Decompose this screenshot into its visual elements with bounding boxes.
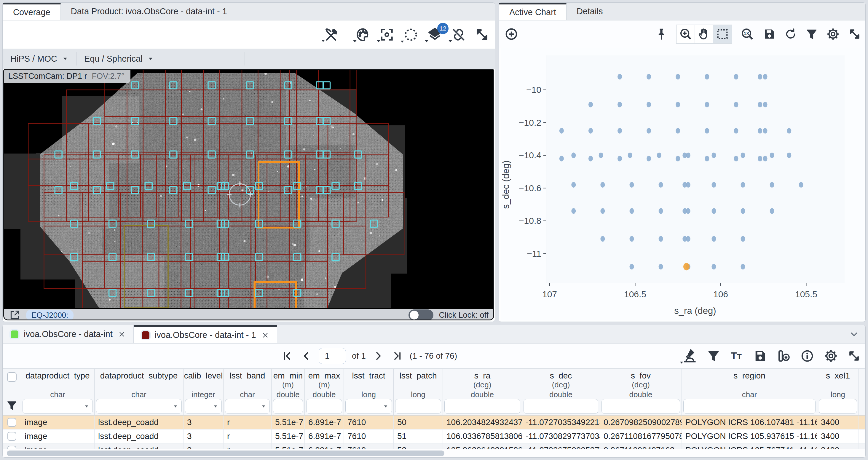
expand-icon[interactable] bbox=[847, 349, 861, 363]
column-filter-input[interactable] bbox=[96, 399, 182, 414]
data-point[interactable] bbox=[659, 208, 663, 214]
data-point[interactable] bbox=[686, 208, 690, 214]
data-point[interactable] bbox=[657, 153, 661, 158]
column-header-lsst_tract[interactable]: lsst_tractlong bbox=[344, 369, 394, 415]
table-tab-1[interactable]: ivoa.ObsCore - data-int bbox=[3, 325, 134, 343]
data-point[interactable] bbox=[741, 182, 745, 188]
coverage-map[interactable] bbox=[4, 70, 494, 308]
data-point[interactable] bbox=[741, 208, 745, 214]
unlink-icon[interactable] bbox=[451, 27, 466, 42]
data-point[interactable] bbox=[600, 208, 605, 214]
data-point[interactable] bbox=[618, 74, 622, 80]
data-point[interactable] bbox=[758, 128, 762, 134]
first-page-icon[interactable] bbox=[281, 349, 294, 363]
data-point[interactable] bbox=[711, 153, 716, 158]
filter-icon[interactable] bbox=[805, 28, 818, 40]
add-chart-icon[interactable] bbox=[499, 27, 519, 41]
data-point[interactable] bbox=[770, 153, 774, 158]
page-number-input[interactable] bbox=[319, 348, 346, 364]
save-icon[interactable] bbox=[763, 28, 776, 40]
inspect-icon[interactable] bbox=[682, 348, 698, 364]
column-header-lsst_patch[interactable]: lsst_patchlong bbox=[394, 369, 443, 415]
column-header-s_xel1[interactable]: s_xel1long bbox=[817, 369, 859, 415]
data-point[interactable] bbox=[588, 102, 593, 107]
add-column-icon[interactable] bbox=[776, 349, 790, 363]
data-point[interactable] bbox=[676, 156, 680, 161]
table-tab-2[interactable]: ivoa.ObsCore - data-int - 1 bbox=[134, 325, 277, 343]
column-filter-input[interactable] bbox=[395, 399, 441, 414]
data-point[interactable] bbox=[647, 156, 651, 161]
data-point[interactable] bbox=[686, 236, 690, 242]
data-point[interactable] bbox=[705, 128, 709, 134]
column-header-dataproduct_type[interactable]: dataproduct_typechar bbox=[21, 369, 95, 415]
data-point[interactable] bbox=[734, 128, 738, 134]
data-point[interactable] bbox=[734, 102, 738, 107]
data-point[interactable] bbox=[741, 264, 745, 269]
data-point[interactable] bbox=[741, 153, 745, 158]
column-header-lsst_band[interactable]: lsst_bandchar bbox=[223, 369, 272, 415]
tab-active-chart[interactable]: Active Chart bbox=[499, 3, 566, 20]
next-page-icon[interactable] bbox=[372, 349, 385, 363]
data-point[interactable] bbox=[686, 153, 690, 158]
prev-page-icon[interactable] bbox=[300, 349, 313, 363]
column-filter-input[interactable] bbox=[683, 399, 815, 414]
data-point[interactable] bbox=[770, 182, 774, 188]
external-link-icon[interactable] bbox=[9, 309, 21, 320]
data-point[interactable] bbox=[629, 208, 634, 214]
data-point[interactable] bbox=[676, 74, 680, 80]
row-checkbox[interactable] bbox=[7, 432, 16, 441]
zoom-in-icon[interactable] bbox=[677, 25, 695, 43]
data-point[interactable] bbox=[763, 156, 768, 161]
column-filter-input[interactable] bbox=[306, 399, 342, 414]
last-page-icon[interactable] bbox=[391, 349, 404, 363]
data-point[interactable] bbox=[600, 182, 605, 188]
data-point[interactable] bbox=[758, 74, 762, 80]
column-header-s_dec[interactable]: s_dec(deg)double bbox=[522, 369, 600, 415]
data-point[interactable] bbox=[618, 156, 622, 161]
data-point[interactable] bbox=[711, 182, 716, 188]
horizontal-scrollbar[interactable] bbox=[3, 449, 865, 457]
settings-icon[interactable] bbox=[826, 27, 840, 41]
close-icon[interactable] bbox=[261, 331, 269, 339]
layers-icon[interactable]: 12 bbox=[427, 27, 443, 42]
data-point[interactable] bbox=[571, 153, 576, 158]
data-point[interactable] bbox=[599, 153, 603, 158]
column-header-dataproduct_subtype[interactable]: dataproduct_subtypechar bbox=[95, 369, 184, 415]
tab-details[interactable]: Details bbox=[566, 3, 613, 20]
expand-icon[interactable] bbox=[475, 27, 490, 42]
column-filter-input[interactable] bbox=[601, 399, 680, 414]
data-point[interactable] bbox=[628, 153, 632, 158]
data-point[interactable] bbox=[559, 128, 564, 134]
select-region-icon[interactable] bbox=[403, 27, 419, 43]
data-point[interactable] bbox=[787, 128, 791, 134]
column-filter-input[interactable] bbox=[273, 399, 303, 414]
data-point[interactable] bbox=[763, 102, 768, 107]
data-point[interactable] bbox=[711, 236, 716, 242]
data-point[interactable] bbox=[787, 153, 791, 158]
data-point[interactable] bbox=[686, 182, 690, 188]
tab-data-product[interactable]: Data Product: ivoa.ObsCore - data-int - … bbox=[61, 3, 237, 20]
column-header-calib_level[interactable]: calib_levelinteger bbox=[184, 369, 223, 415]
data-point[interactable] bbox=[770, 208, 774, 214]
restore-icon[interactable] bbox=[784, 28, 797, 40]
data-point[interactable] bbox=[588, 128, 593, 134]
projection-dropdown[interactable]: Equ / Spherical bbox=[76, 54, 161, 64]
data-point[interactable] bbox=[629, 236, 634, 242]
row-checkbox[interactable] bbox=[7, 418, 16, 427]
save-icon[interactable] bbox=[753, 349, 767, 363]
pan-icon[interactable] bbox=[695, 25, 713, 43]
data-point[interactable] bbox=[647, 74, 651, 80]
data-point[interactable] bbox=[647, 128, 651, 134]
column-filter-input[interactable] bbox=[444, 399, 520, 414]
data-point[interactable] bbox=[741, 236, 745, 242]
settings-icon[interactable] bbox=[824, 349, 838, 363]
pin-icon[interactable] bbox=[655, 28, 668, 40]
zoom-reset-icon[interactable] bbox=[740, 27, 754, 41]
data-point[interactable] bbox=[734, 74, 738, 80]
data-point[interactable] bbox=[705, 74, 709, 80]
collapse-tables-icon[interactable] bbox=[849, 329, 859, 340]
caret-down-icon[interactable] bbox=[213, 403, 218, 409]
data-point[interactable] bbox=[676, 102, 680, 107]
data-point[interactable] bbox=[618, 128, 622, 134]
data-point[interactable] bbox=[763, 128, 768, 134]
